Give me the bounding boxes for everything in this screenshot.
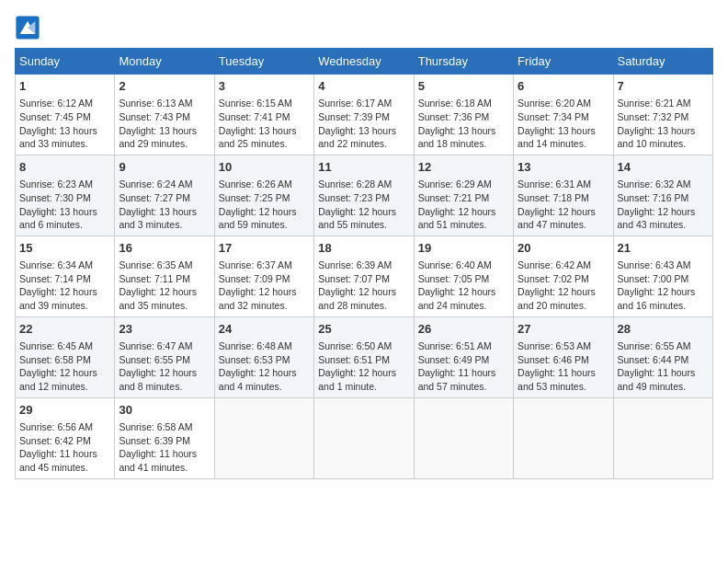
day-info: Sunrise: 6:23 AMSunset: 7:30 PMDaylight:… — [19, 178, 110, 232]
day-number: 4 — [318, 78, 409, 95]
col-monday: Monday — [115, 49, 214, 75]
calendar-cell: 8Sunrise: 6:23 AMSunset: 7:30 PMDaylight… — [16, 155, 115, 236]
day-info: Sunrise: 6:53 AMSunset: 6:46 PMDaylight:… — [518, 339, 609, 394]
day-number: 9 — [119, 159, 210, 176]
calendar-cell: 9Sunrise: 6:24 AMSunset: 7:27 PMDaylight… — [115, 155, 214, 236]
col-friday: Friday — [514, 49, 613, 75]
col-thursday: Thursday — [414, 49, 513, 75]
day-number: 27 — [518, 321, 609, 338]
day-info: Sunrise: 6:29 AMSunset: 7:21 PMDaylight:… — [418, 178, 509, 232]
day-info: Sunrise: 6:26 AMSunset: 7:25 PMDaylight:… — [219, 178, 310, 232]
calendar-cell: 5Sunrise: 6:18 AMSunset: 7:36 PMDaylight… — [414, 75, 513, 155]
day-info: Sunrise: 6:43 AMSunset: 7:00 PMDaylight:… — [618, 259, 709, 313]
day-number: 17 — [219, 240, 310, 257]
calendar-cell: 13Sunrise: 6:31 AMSunset: 7:18 PMDayligh… — [514, 155, 613, 236]
day-number: 6 — [518, 78, 609, 95]
day-info: Sunrise: 6:48 AMSunset: 6:53 PMDaylight:… — [219, 339, 310, 394]
calendar-cell — [514, 397, 613, 478]
day-number: 23 — [119, 321, 210, 338]
col-sunday: Sunday — [16, 49, 115, 75]
day-number: 16 — [119, 240, 210, 257]
calendar-cell: 14Sunrise: 6:32 AMSunset: 7:16 PMDayligh… — [613, 155, 712, 236]
calendar-row: 29Sunrise: 6:56 AMSunset: 6:42 PMDayligh… — [16, 397, 713, 478]
day-info: Sunrise: 6:42 AMSunset: 7:02 PMDaylight:… — [518, 259, 609, 313]
calendar-cell: 15Sunrise: 6:34 AMSunset: 7:14 PMDayligh… — [16, 236, 115, 316]
calendar-table: Sunday Monday Tuesday Wednesday Thursday… — [15, 48, 713, 479]
calendar-cell: 17Sunrise: 6:37 AMSunset: 7:09 PMDayligh… — [214, 236, 313, 316]
day-info: Sunrise: 6:32 AMSunset: 7:16 PMDaylight:… — [618, 178, 709, 232]
calendar-cell: 19Sunrise: 6:40 AMSunset: 7:05 PMDayligh… — [414, 236, 513, 316]
day-number: 8 — [19, 159, 110, 176]
calendar-cell: 3Sunrise: 6:15 AMSunset: 7:41 PMDaylight… — [214, 75, 313, 155]
day-info: Sunrise: 6:18 AMSunset: 7:36 PMDaylight:… — [418, 97, 509, 151]
calendar-cell: 30Sunrise: 6:58 AMSunset: 6:39 PMDayligh… — [115, 397, 214, 478]
day-info: Sunrise: 6:51 AMSunset: 6:49 PMDaylight:… — [418, 339, 509, 394]
day-info: Sunrise: 6:13 AMSunset: 7:43 PMDaylight:… — [119, 97, 210, 151]
day-number: 19 — [418, 240, 509, 257]
col-saturday: Saturday — [613, 49, 712, 75]
day-info: Sunrise: 6:24 AMSunset: 7:27 PMDaylight:… — [119, 178, 210, 232]
day-number: 30 — [119, 402, 210, 419]
calendar-cell: 26Sunrise: 6:51 AMSunset: 6:49 PMDayligh… — [414, 316, 513, 397]
day-info: Sunrise: 6:55 AMSunset: 6:44 PMDaylight:… — [618, 339, 709, 394]
day-number: 11 — [318, 159, 409, 176]
day-number: 1 — [19, 78, 110, 95]
day-number: 14 — [618, 159, 709, 176]
calendar-cell: 10Sunrise: 6:26 AMSunset: 7:25 PMDayligh… — [214, 155, 313, 236]
calendar-cell: 29Sunrise: 6:56 AMSunset: 6:42 PMDayligh… — [16, 397, 115, 478]
calendar-cell: 21Sunrise: 6:43 AMSunset: 7:00 PMDayligh… — [613, 236, 712, 316]
calendar-row: 22Sunrise: 6:45 AMSunset: 6:58 PMDayligh… — [16, 316, 713, 397]
calendar-cell: 18Sunrise: 6:39 AMSunset: 7:07 PMDayligh… — [314, 236, 414, 316]
calendar-cell: 28Sunrise: 6:55 AMSunset: 6:44 PMDayligh… — [613, 316, 712, 397]
calendar-cell — [314, 397, 414, 478]
day-number: 29 — [19, 402, 110, 419]
calendar-cell: 1Sunrise: 6:12 AMSunset: 7:45 PMDaylight… — [16, 75, 115, 155]
calendar-cell: 27Sunrise: 6:53 AMSunset: 6:46 PMDayligh… — [514, 316, 613, 397]
day-info: Sunrise: 6:21 AMSunset: 7:32 PMDaylight:… — [618, 97, 709, 151]
calendar-cell: 11Sunrise: 6:28 AMSunset: 7:23 PMDayligh… — [314, 155, 414, 236]
calendar-cell: 24Sunrise: 6:48 AMSunset: 6:53 PMDayligh… — [214, 316, 313, 397]
day-number: 7 — [618, 78, 709, 95]
col-tuesday: Tuesday — [214, 49, 313, 75]
calendar-cell: 23Sunrise: 6:47 AMSunset: 6:55 PMDayligh… — [115, 316, 214, 397]
calendar-cell: 20Sunrise: 6:42 AMSunset: 7:02 PMDayligh… — [514, 236, 613, 316]
logo — [15, 15, 44, 40]
day-info: Sunrise: 6:17 AMSunset: 7:39 PMDaylight:… — [318, 97, 409, 151]
calendar-row: 15Sunrise: 6:34 AMSunset: 7:14 PMDayligh… — [16, 236, 713, 316]
col-wednesday: Wednesday — [314, 49, 414, 75]
calendar-row: 8Sunrise: 6:23 AMSunset: 7:30 PMDaylight… — [16, 155, 713, 236]
day-info: Sunrise: 6:47 AMSunset: 6:55 PMDaylight:… — [119, 339, 210, 394]
day-number: 3 — [219, 78, 310, 95]
day-info: Sunrise: 6:45 AMSunset: 6:58 PMDaylight:… — [19, 339, 110, 394]
calendar-cell: 22Sunrise: 6:45 AMSunset: 6:58 PMDayligh… — [16, 316, 115, 397]
day-number: 5 — [418, 78, 509, 95]
calendar-cell: 12Sunrise: 6:29 AMSunset: 7:21 PMDayligh… — [414, 155, 513, 236]
day-number: 10 — [219, 159, 310, 176]
day-number: 22 — [19, 321, 110, 338]
day-number: 13 — [518, 159, 609, 176]
day-info: Sunrise: 6:34 AMSunset: 7:14 PMDaylight:… — [19, 259, 110, 313]
logo-icon — [15, 15, 40, 40]
day-number: 15 — [19, 240, 110, 257]
day-info: Sunrise: 6:50 AMSunset: 6:51 PMDaylight:… — [318, 339, 409, 394]
day-info: Sunrise: 6:58 AMSunset: 6:39 PMDaylight:… — [119, 420, 210, 475]
day-number: 24 — [219, 321, 310, 338]
calendar-cell — [214, 397, 313, 478]
day-info: Sunrise: 6:35 AMSunset: 7:11 PMDaylight:… — [119, 259, 210, 313]
calendar-cell: 25Sunrise: 6:50 AMSunset: 6:51 PMDayligh… — [314, 316, 414, 397]
day-number: 25 — [318, 321, 409, 338]
day-info: Sunrise: 6:40 AMSunset: 7:05 PMDaylight:… — [418, 259, 509, 313]
day-info: Sunrise: 6:39 AMSunset: 7:07 PMDaylight:… — [318, 259, 409, 313]
day-number: 12 — [418, 159, 509, 176]
calendar-cell: 16Sunrise: 6:35 AMSunset: 7:11 PMDayligh… — [115, 236, 214, 316]
day-info: Sunrise: 6:37 AMSunset: 7:09 PMDaylight:… — [219, 259, 310, 313]
calendar-cell: 7Sunrise: 6:21 AMSunset: 7:32 PMDaylight… — [613, 75, 712, 155]
day-info: Sunrise: 6:15 AMSunset: 7:41 PMDaylight:… — [219, 97, 310, 151]
day-info: Sunrise: 6:12 AMSunset: 7:45 PMDaylight:… — [19, 97, 110, 151]
day-number: 21 — [618, 240, 709, 257]
day-number: 18 — [318, 240, 409, 257]
day-info: Sunrise: 6:56 AMSunset: 6:42 PMDaylight:… — [19, 420, 110, 475]
calendar-cell — [613, 397, 712, 478]
calendar-row: 1Sunrise: 6:12 AMSunset: 7:45 PMDaylight… — [16, 75, 713, 155]
day-info: Sunrise: 6:28 AMSunset: 7:23 PMDaylight:… — [318, 178, 409, 232]
